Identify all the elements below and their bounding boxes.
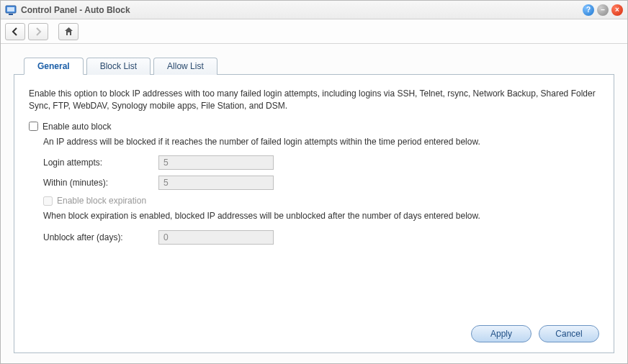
window-title: Control Panel - Auto Block bbox=[21, 5, 583, 15]
app-icon bbox=[5, 4, 17, 16]
enable-expiration-checkbox[interactable] bbox=[43, 196, 53, 206]
expiration-desc-text: When block expiration is enabled, blocke… bbox=[43, 210, 599, 222]
cancel-button[interactable]: Cancel bbox=[539, 325, 599, 342]
intro-text: Enable this option to block IP addresses… bbox=[29, 88, 599, 113]
enable-auto-block-checkbox[interactable] bbox=[29, 122, 38, 131]
login-attempts-input[interactable] bbox=[158, 155, 274, 170]
window: Control Panel - Auto Block ? – × General… bbox=[0, 0, 628, 364]
button-row: Apply Cancel bbox=[29, 319, 599, 342]
tab-panel-general: Enable this option to block IP addresses… bbox=[14, 74, 614, 353]
tab-general[interactable]: General bbox=[24, 58, 84, 75]
unblock-after-row: Unblock after (days): bbox=[43, 230, 599, 245]
enable-auto-block-row: Enable auto block bbox=[29, 122, 599, 132]
svg-rect-2 bbox=[9, 14, 13, 15]
body-area: General Block List Allow List Enable thi… bbox=[1, 44, 627, 363]
back-button[interactable] bbox=[5, 23, 25, 40]
enable-expiration-label: Enable block expiration bbox=[57, 196, 146, 206]
minimize-icon[interactable]: – bbox=[597, 4, 609, 16]
titlebar: Control Panel - Auto Block ? – × bbox=[1, 1, 627, 19]
login-attempts-row: Login attempts: bbox=[43, 155, 599, 170]
unblock-after-label: Unblock after (days): bbox=[43, 232, 158, 242]
forward-button[interactable] bbox=[28, 23, 48, 40]
help-icon[interactable]: ? bbox=[583, 4, 594, 16]
login-attempts-label: Login attempts: bbox=[43, 158, 158, 168]
close-icon[interactable]: × bbox=[611, 4, 623, 16]
unblock-after-input[interactable] bbox=[158, 230, 274, 245]
nav-toolbar bbox=[1, 19, 627, 44]
enable-auto-block-label: Enable auto block bbox=[42, 122, 111, 132]
blocked-condition-text: An IP address will be blocked if it reac… bbox=[43, 136, 599, 148]
window-controls: ? – × bbox=[583, 4, 623, 16]
within-minutes-input[interactable] bbox=[158, 176, 274, 190]
enable-expiration-row: Enable block expiration bbox=[43, 196, 599, 206]
home-button[interactable] bbox=[58, 23, 78, 40]
tab-strip: General Block List Allow List bbox=[24, 57, 614, 74]
within-minutes-label: Within (minutes): bbox=[43, 178, 158, 188]
within-minutes-row: Within (minutes): bbox=[43, 176, 599, 190]
apply-button[interactable]: Apply bbox=[471, 325, 531, 342]
tab-block-list[interactable]: Block List bbox=[86, 58, 151, 75]
tab-allow-list[interactable]: Allow List bbox=[153, 58, 217, 75]
svg-rect-1 bbox=[7, 7, 14, 12]
